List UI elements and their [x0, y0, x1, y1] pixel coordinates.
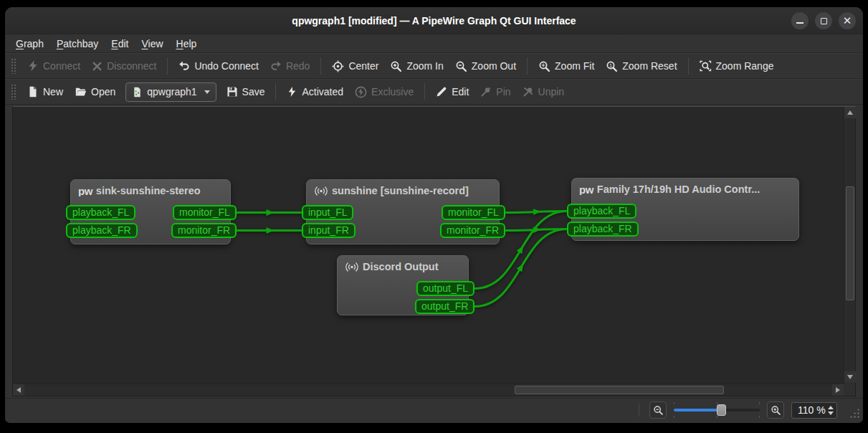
node-title: sink-sunshine-stereo	[96, 185, 201, 196]
zoom-in-icon	[771, 405, 781, 416]
port-input_FR[interactable]: input_FR	[302, 223, 356, 238]
center-label: Center	[348, 60, 378, 72]
zoom-in-button[interactable]: Zoom In	[384, 57, 449, 76]
menu-item-patchbay[interactable]: Patchbay	[50, 36, 105, 52]
open-label: Open	[91, 86, 115, 97]
zoom-out-icon	[653, 405, 664, 416]
v-scroll-thumb[interactable]	[846, 186, 854, 300]
unpin-icon	[523, 86, 534, 97]
minimize-button[interactable]	[791, 12, 809, 29]
close-icon: ✕	[843, 15, 852, 26]
zoom-fit-button[interactable]: Zoom Fit	[533, 57, 600, 76]
scroll-right-button[interactable]	[832, 384, 844, 396]
port-monitor_FL[interactable]: monitor_FL	[173, 205, 237, 220]
port-output_FL[interactable]: output_FL	[416, 281, 474, 296]
pin-icon	[480, 86, 492, 97]
port-playback_FR[interactable]: playback_FR	[567, 222, 639, 237]
scrollbar-corner	[844, 384, 855, 396]
port-monitor_FR[interactable]: monitor_FR	[440, 223, 505, 238]
maximize-button[interactable]	[815, 12, 832, 29]
zoom-slider[interactable]	[674, 403, 760, 417]
port-playback_FR[interactable]: playback_FR	[66, 223, 138, 238]
new-button[interactable]: New	[22, 82, 69, 101]
unpin-button[interactable]: Unpin	[517, 82, 571, 101]
titlebar[interactable]: qpwgraph1 [modified] — A PipeWire Graph …	[5, 7, 863, 34]
menu-item-edit[interactable]: Edit	[105, 36, 135, 52]
audio-broadcast-icon	[314, 186, 328, 196]
zoom-range-button[interactable]: Zoom Range	[694, 57, 780, 76]
scroll-left-button[interactable]	[13, 384, 24, 396]
vertical-scrollbar[interactable]	[844, 107, 855, 384]
scroll-up-button[interactable]	[844, 107, 856, 118]
statusbar-zoom-out-button[interactable]	[649, 401, 667, 419]
undo-connect-button[interactable]: Undo Connect	[173, 57, 264, 75]
statusbar-zoom-in-button[interactable]	[767, 401, 784, 419]
port-output_FR[interactable]: output_FR	[415, 299, 474, 314]
exclusive-icon	[355, 86, 367, 98]
redo-label: Redo	[286, 60, 310, 72]
activated-button[interactable]: Activated	[281, 82, 349, 101]
zoom-fit-label: Zoom Fit	[555, 60, 594, 72]
zoom-slider-fill	[674, 409, 721, 411]
redo-icon	[270, 60, 282, 72]
zoom-slider-handle[interactable]	[717, 404, 726, 416]
close-button[interactable]: ✕	[839, 12, 856, 29]
connect-button[interactable]: Connect	[22, 57, 86, 75]
edit-button[interactable]: Edit	[430, 82, 474, 101]
port-playback_FL[interactable]: playback_FL	[567, 204, 636, 219]
h-scroll-thumb[interactable]	[515, 386, 724, 394]
center-button[interactable]: Center	[326, 57, 384, 76]
zoom-fit-icon	[538, 60, 550, 72]
canvas[interactable]: pwsink-sunshine-stereoplayback_FLplaybac…	[13, 107, 844, 384]
redo-button[interactable]: Redo	[264, 57, 315, 75]
main-toolbar: Connect Disconnect Undo Connect Redo Cen…	[5, 53, 863, 79]
patchbay-selector-value: qpwgraph1	[147, 86, 196, 97]
toolbar-separator	[688, 57, 689, 75]
toolbar-separator	[424, 83, 425, 100]
undo-icon	[178, 60, 190, 72]
exclusive-button[interactable]: Exclusive	[349, 82, 419, 102]
statusbar: 110 %	[5, 398, 863, 422]
arrow-up-icon	[847, 110, 853, 115]
scroll-down-button[interactable]	[844, 371, 856, 383]
zoom-range-label: Zoom Range	[716, 60, 774, 72]
port-monitor_FL[interactable]: monitor_FL	[442, 205, 505, 220]
pin-button[interactable]: Pin	[474, 82, 516, 101]
zoom-spinbox[interactable]: 110 %	[791, 402, 837, 419]
patchbay-selector[interactable]: qpwgraph1	[125, 82, 216, 102]
center-icon	[332, 60, 344, 72]
pin-label: Pin	[496, 86, 510, 97]
toolbar-separator	[527, 57, 528, 75]
horizontal-scrollbar[interactable]	[13, 384, 844, 396]
slider-tick	[674, 402, 674, 404]
menu-item-help[interactable]: Help	[170, 36, 204, 52]
disconnect-button[interactable]: Disconnect	[86, 57, 162, 75]
spin-down-button[interactable]	[828, 411, 834, 415]
new-file-icon	[27, 86, 39, 97]
slider-tick	[717, 416, 717, 418]
open-button[interactable]: Open	[69, 82, 121, 101]
connection-arrow	[267, 227, 275, 234]
window-title: qpwgraph1 [modified] — A PipeWire Graph …	[292, 15, 576, 27]
port-input_FL[interactable]: input_FL	[302, 205, 353, 220]
connect-icon	[27, 60, 39, 72]
zoom-reset-label: Zoom Reset	[622, 60, 677, 72]
arrow-right-icon	[836, 387, 840, 393]
zoom-in-label: Zoom In	[406, 60, 443, 72]
node-title: Family 17h/19h HD Audio Contr...	[597, 184, 760, 195]
port-monitor_FR[interactable]: monitor_FR	[171, 223, 237, 238]
zoom-reset-icon: 1	[606, 60, 618, 72]
zoom-reset-button[interactable]: 1 Zoom Reset	[600, 57, 682, 76]
menu-item-view[interactable]: View	[135, 36, 169, 52]
port-playback_FL[interactable]: playback_FL	[66, 205, 135, 220]
toolbar-drag-handle[interactable]	[11, 84, 16, 100]
arrow-left-icon	[16, 387, 21, 393]
spin-up-button[interactable]	[828, 406, 834, 409]
save-button[interactable]: Save	[221, 82, 271, 101]
resize-grip[interactable]	[849, 408, 859, 418]
toolbar-drag-handle[interactable]	[11, 58, 16, 74]
activated-bolt-icon	[287, 86, 297, 97]
zoom-out-button[interactable]: Zoom Out	[449, 57, 522, 76]
undo-connect-label: Undo Connect	[194, 60, 259, 72]
menu-item-graph[interactable]: Graph	[9, 36, 50, 52]
